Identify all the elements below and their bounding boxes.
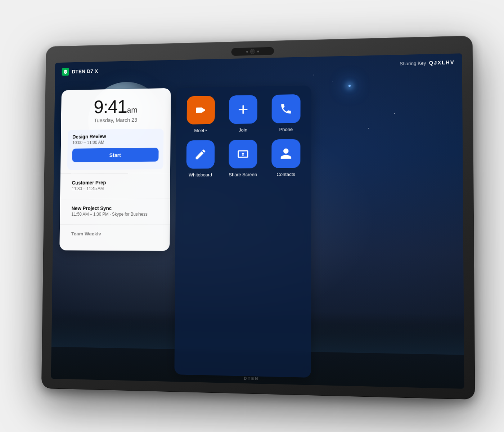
monitor-frame: DTEN D7 X Sharing Key QJXLHV 9:41am Tues… bbox=[41, 36, 475, 400]
meeting-item-1: Design Review 10:00 – 11:00 AM Start bbox=[67, 129, 164, 170]
pencil-icon bbox=[194, 148, 207, 161]
meeting-item-4-partial: Team Weekly bbox=[67, 227, 163, 235]
dten-label: DTEN D7 X bbox=[72, 68, 98, 75]
divider-2 bbox=[60, 199, 170, 199]
app-item-contacts[interactable]: Contacts bbox=[268, 139, 304, 177]
meeting-item-3: New Project Sync 11:50 AM – 1:30 PM · Sk… bbox=[67, 201, 163, 221]
app-item-whiteboard[interactable]: Whiteboard bbox=[183, 140, 218, 177]
app-item-share-screen[interactable]: Share Screen bbox=[225, 140, 261, 177]
app-label-join: Join bbox=[239, 127, 247, 132]
calendar-card: 9:41am Tuesday, March 23 Design Review 1… bbox=[59, 88, 171, 251]
webcam-bar bbox=[231, 47, 274, 56]
app-icon-phone bbox=[272, 94, 301, 123]
meeting-time-2: 11:30 – 11:45 AM bbox=[72, 186, 158, 191]
sharing-key-label: Sharing Key bbox=[400, 60, 426, 66]
date-display: Tuesday, March 23 bbox=[68, 116, 163, 123]
bottom-brand: DTEN bbox=[244, 376, 259, 381]
video-icon bbox=[194, 104, 207, 117]
meeting-item-2: Customer Prep 11:30 – 11:45 AM bbox=[67, 175, 163, 195]
app-label-phone: Phone bbox=[279, 127, 293, 132]
meeting-detail-3: · Skype for Business bbox=[110, 212, 148, 217]
dten-shield-icon bbox=[62, 68, 69, 76]
time-period: am bbox=[127, 105, 138, 114]
divider-3 bbox=[60, 224, 170, 225]
divider-1 bbox=[60, 173, 170, 174]
meeting-title-2: Customer Prep bbox=[72, 180, 158, 186]
meeting-title-4: Team Weekly bbox=[71, 231, 158, 235]
phone-icon bbox=[280, 102, 293, 115]
share-screen-icon bbox=[237, 148, 249, 161]
webcam-lens bbox=[250, 49, 255, 54]
app-icon-meet bbox=[187, 96, 215, 125]
app-panel: Meet ▾ Join bbox=[174, 85, 311, 378]
app-label-contacts: Contacts bbox=[276, 172, 295, 177]
device-wrapper: DTEN D7 X Sharing Key QJXLHV 9:41am Tues… bbox=[36, 40, 468, 392]
app-item-phone[interactable]: Phone bbox=[268, 94, 304, 132]
meeting-time-3: 11:50 AM – 1:30 PM · Skype for Business bbox=[71, 212, 158, 217]
meeting-title-1: Design Review bbox=[72, 133, 159, 139]
meeting-time-1: 10:00 – 11:00 AM bbox=[72, 139, 159, 145]
main-content: 9:41am Tuesday, March 23 Design Review 1… bbox=[58, 83, 456, 381]
app-icon-whiteboard bbox=[186, 140, 215, 169]
app-icon-share-screen bbox=[229, 140, 257, 168]
app-icon-contacts bbox=[271, 139, 300, 168]
app-label-meet: Meet ▾ bbox=[194, 128, 207, 133]
time-hour: 9:41 bbox=[94, 96, 127, 117]
sharing-key-value: QJXLHV bbox=[429, 59, 455, 66]
meeting-title-3: New Project Sync bbox=[72, 205, 158, 211]
plus-icon bbox=[237, 103, 250, 116]
app-label-share-screen: Share Screen bbox=[229, 172, 257, 177]
time-display: 9:41am bbox=[68, 97, 164, 117]
screen: DTEN D7 X Sharing Key QJXLHV 9:41am Tues… bbox=[51, 53, 464, 389]
webcam-indicator bbox=[246, 51, 248, 53]
person-icon bbox=[279, 147, 292, 160]
webcam-indicator-2 bbox=[257, 50, 259, 52]
dten-brand: DTEN D7 X bbox=[62, 67, 98, 76]
app-item-meet[interactable]: Meet ▾ bbox=[183, 96, 219, 134]
app-item-join[interactable]: Join bbox=[225, 95, 261, 133]
app-icon-join bbox=[229, 95, 257, 124]
start-button[interactable]: Start bbox=[72, 148, 158, 162]
app-label-whiteboard: Whiteboard bbox=[189, 172, 212, 177]
sharing-key-display: Sharing Key QJXLHV bbox=[400, 59, 455, 66]
meet-dropdown-arrow: ▾ bbox=[205, 129, 207, 132]
